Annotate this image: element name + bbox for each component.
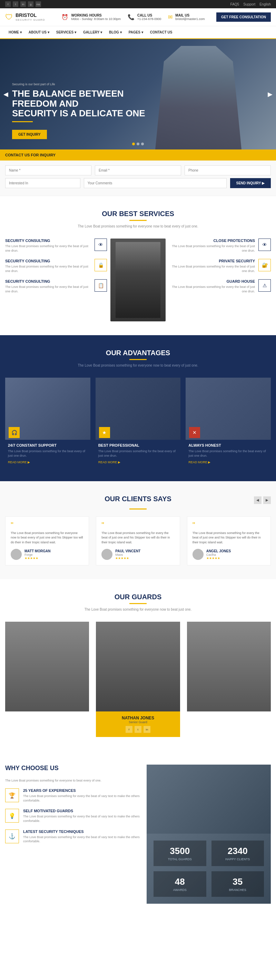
adv-badge-3: ✕ bbox=[189, 427, 200, 438]
adv-badge-2: ★ bbox=[99, 427, 110, 438]
stat-branches: 35 Branches bbox=[211, 871, 264, 897]
services-center-image bbox=[107, 239, 169, 321]
guard-card-3 bbox=[187, 622, 271, 737]
testi-author-1: MATT MORGAN Forge ★★★★★ bbox=[11, 549, 84, 560]
contact-bar-label[interactable]: CONTACT US FOR INQUIRY bbox=[5, 153, 56, 157]
adv-card-2: ★ BEST PROFESSIONAL The Love Boat promis… bbox=[95, 378, 181, 468]
why-subtitle: The Love Boat promises something for eve… bbox=[5, 779, 140, 782]
why-right-stats: 3500 Total Guards 2340 Happy Clients 48 … bbox=[147, 765, 271, 904]
service-title-6: GUARD HOUSE bbox=[169, 279, 255, 283]
nav-contact[interactable]: CONTACT US bbox=[147, 26, 176, 38]
email-input[interactable] bbox=[95, 165, 181, 175]
interested-input[interactable] bbox=[5, 178, 80, 188]
stat-label-branches: Branches bbox=[215, 888, 261, 892]
adv-link-1[interactable]: READ MORE ▶ bbox=[8, 460, 88, 464]
guard-social-links[interactable]: f t in bbox=[99, 726, 177, 733]
service-item-2: SECURITY CONSULTING The Love Boat promis… bbox=[5, 259, 107, 273]
mail-email: bristol@master1.com bbox=[175, 17, 205, 21]
why-item-title-1: 25 YEARS OF EXPERIENCES bbox=[23, 788, 140, 792]
top-links[interactable]: FAQ5 Support English bbox=[230, 2, 271, 6]
twitter-icon[interactable]: t bbox=[13, 2, 18, 7]
testi-name-1: MATT MORGAN bbox=[24, 549, 50, 553]
adv-title-1: 24/7 CONSTANT SUPPORT bbox=[8, 443, 88, 447]
guard-linkedin-icon[interactable]: in bbox=[144, 726, 151, 733]
service-item-5: 🔐 PRIVATE SECURITY The Love Boat promise… bbox=[169, 259, 271, 273]
support-link[interactable]: Support bbox=[243, 2, 255, 6]
name-input[interactable] bbox=[5, 165, 91, 175]
google-icon[interactable]: g bbox=[28, 2, 33, 7]
faq-link[interactable]: FAQ5 bbox=[230, 2, 240, 6]
nav-about[interactable]: ABOUT US ▾ bbox=[25, 26, 53, 38]
top-bar: f t in g rss FAQ5 Support English bbox=[0, 0, 276, 8]
rss-icon[interactable]: rss bbox=[35, 2, 41, 7]
logo[interactable]: 🛡 BRISTOL SECURITY GUARD bbox=[5, 13, 50, 22]
guard-facebook-icon[interactable]: f bbox=[125, 726, 132, 733]
consultation-button[interactable]: GET FREE CONSULTATION bbox=[216, 13, 271, 22]
why-item-desc-1: The Love Boat promises something for eve… bbox=[23, 794, 140, 803]
nav-pages[interactable]: PAGES ▾ bbox=[125, 26, 147, 38]
nav-gallery[interactable]: GALLERY ▾ bbox=[80, 26, 106, 38]
advantages-underline bbox=[129, 359, 147, 360]
comments-input[interactable] bbox=[84, 178, 227, 188]
guard-figure-body bbox=[116, 242, 160, 318]
adv-card-1: 🎧 24/7 CONSTANT SUPPORT The Love Boat pr… bbox=[5, 378, 90, 468]
services-underline bbox=[129, 220, 147, 221]
hero-cta-button[interactable]: GET INQUIRY bbox=[12, 130, 47, 139]
advantages-title: OUR ADVANTAGES bbox=[5, 349, 271, 357]
stat-number-clients: 2340 bbox=[215, 846, 261, 856]
header-info: ⏰ WORKING HOURS Mdoo - Sunday: 8:00am to… bbox=[50, 13, 216, 21]
services-title: OUR BEST SERVICES bbox=[5, 210, 271, 218]
hero-dot-2[interactable] bbox=[136, 143, 140, 145]
service-icon-6: ⚠ bbox=[259, 279, 271, 292]
testi-avatar-1 bbox=[11, 549, 22, 560]
why-icon-1: 🏆 bbox=[5, 788, 19, 802]
testi-role-2: Maos bbox=[115, 553, 140, 557]
service-title-4: CLOSE PROTECTIONS bbox=[169, 239, 255, 243]
clock-icon: ⏰ bbox=[62, 14, 68, 21]
testi-avatar-3 bbox=[192, 549, 203, 560]
language-link[interactable]: English bbox=[259, 2, 271, 6]
guard-card-2: NATHAN JONES Senior Guard f t in bbox=[96, 622, 180, 737]
send-inquiry-button[interactable]: SEND INQUIRY ▶ bbox=[230, 178, 271, 188]
hero-prev-arrow[interactable]: ◀ bbox=[3, 91, 8, 98]
why-item-2: 💡 SELF MOTIVATED GUARDS The Love Boat pr… bbox=[5, 809, 140, 823]
service-item-6: ⚠ GUARD HOUSE The Love Boat promises som… bbox=[169, 279, 271, 293]
nav-blog[interactable]: BLOG ▾ bbox=[106, 26, 125, 38]
testi-text-1: The Love Boat promises something for eve… bbox=[11, 531, 84, 545]
contact-bar[interactable]: CONTACT US FOR INQUIRY bbox=[0, 150, 276, 161]
testi-stars-2: ★★★★★ bbox=[115, 557, 140, 560]
advantages-section: OUR ADVANTAGES The Love Boat promises so… bbox=[0, 335, 276, 481]
adv-link-2[interactable]: READ MORE ▶ bbox=[98, 460, 178, 464]
stat-label-awards: Awards bbox=[157, 888, 203, 892]
adv-link-3[interactable]: READ MORE ▶ bbox=[188, 460, 268, 464]
nav-services[interactable]: SERVICES ▾ bbox=[53, 26, 80, 38]
testimonials-next-button[interactable]: ▶ bbox=[263, 496, 271, 504]
guard-role-2: Senior Guard bbox=[99, 721, 177, 724]
service-desc-3: The Love Boat promises something for eve… bbox=[5, 285, 91, 293]
hero-dot-1[interactable] bbox=[132, 143, 135, 145]
guard-twitter-icon[interactable]: t bbox=[135, 726, 141, 733]
social-links[interactable]: f t in g rss bbox=[5, 2, 41, 7]
why-item-title-3: LATEST SECURITY TECHNIQUES bbox=[23, 829, 140, 834]
testi-text-3: The Love Boat promises something for eve… bbox=[192, 531, 265, 545]
mail-icon: ✉ bbox=[168, 14, 173, 21]
hero-content: Securing is our best part of Life THE BA… bbox=[12, 83, 150, 139]
inquiry-form: SEND INQUIRY ▶ bbox=[0, 161, 276, 196]
nav-home[interactable]: HOME ▾ bbox=[5, 26, 25, 38]
phone-input[interactable] bbox=[185, 165, 271, 175]
guards-subtitle: The Love Boat promises something for eve… bbox=[5, 608, 271, 611]
call-title: CALL US bbox=[137, 13, 161, 17]
services-section: OUR BEST SERVICES The Love Boat promises… bbox=[0, 196, 276, 335]
stat-label-clients: Happy Clients bbox=[215, 858, 261, 861]
testi-author-3: ANGEL JONES Caclha ★★★★★ bbox=[192, 549, 265, 560]
working-hours-info: ⏰ WORKING HOURS Mdoo - Sunday: 8:00am to… bbox=[62, 13, 121, 21]
linkedin-icon[interactable]: in bbox=[21, 2, 26, 7]
service-icon-1: 👁 bbox=[95, 239, 107, 251]
logo-subtitle: SECURITY GUARD bbox=[16, 18, 45, 21]
advantages-grid: 🎧 24/7 CONSTANT SUPPORT The Love Boat pr… bbox=[5, 378, 271, 468]
hero-next-arrow[interactable]: ▶ bbox=[268, 91, 273, 98]
guard-info-1 bbox=[5, 711, 89, 720]
testimonials-prev-button[interactable]: ◀ bbox=[254, 496, 262, 504]
hero-dot-3[interactable] bbox=[141, 143, 144, 145]
facebook-icon[interactable]: f bbox=[5, 2, 11, 7]
